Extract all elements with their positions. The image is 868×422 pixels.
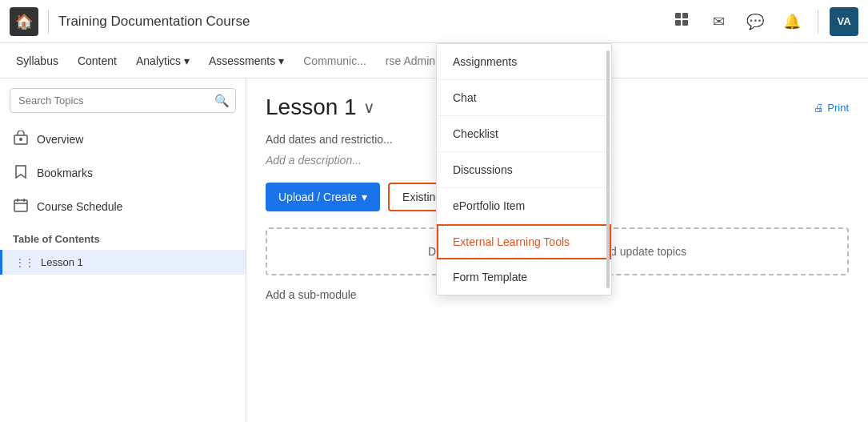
search-icon[interactable]: 🔍 <box>214 94 230 108</box>
chat-icon: 💬 <box>746 13 764 30</box>
lesson-1-item[interactable]: ⋮⋮ Lesson 1 <box>0 250 246 275</box>
bookmarks-label: Bookmarks <box>37 167 93 179</box>
print-button[interactable]: 🖨 Print <box>814 102 849 114</box>
topbar-divider2 <box>818 10 818 34</box>
search-input[interactable] <box>10 88 236 113</box>
dropdown-item-checklist[interactable]: Checklist <box>437 116 611 152</box>
svg-rect-0 <box>675 13 681 18</box>
nav-communications[interactable]: Communic... <box>303 51 366 70</box>
svg-rect-3 <box>682 20 688 26</box>
svg-point-5 <box>19 138 22 141</box>
chat-button[interactable]: 💬 <box>741 7 770 36</box>
dropdown-item-assignments[interactable]: Assignments <box>437 44 611 80</box>
bookmark-icon <box>13 164 29 182</box>
navbar: Syllabus Content Analytics ▾ Assessments… <box>0 43 868 78</box>
toc-title: Table of Contents <box>0 223 246 250</box>
sidebar-item-overview[interactable]: Overview <box>0 123 246 156</box>
topbar-icons: ✉ 💬 🔔 VA <box>667 7 858 36</box>
sidebar-item-course-schedule[interactable]: Course Schedule <box>0 190 246 223</box>
assessments-chevron-icon: ▾ <box>278 54 284 67</box>
lesson-title: Lesson 1 ∨ <box>266 94 375 120</box>
course-schedule-label: Course Schedule <box>37 200 122 213</box>
dropdown-menu[interactable]: Assignments Chat Checklist Discussions e… <box>436 43 612 295</box>
nav-assessments[interactable]: Assessments ▾ <box>209 51 284 70</box>
lesson-1-label: Lesson 1 <box>41 256 83 268</box>
mail-button[interactable]: ✉ <box>704 7 733 36</box>
upload-chevron-icon: ▾ <box>362 191 367 203</box>
nav-analytics[interactable]: Analytics ▾ <box>136 51 190 70</box>
grid-icon <box>674 11 690 31</box>
dropdown-item-eportfolio[interactable]: ePortfolio Item <box>437 188 611 224</box>
print-icon: 🖨 <box>814 102 824 114</box>
dropdown-item-external-learning[interactable]: External Learning Tools <box>437 224 611 259</box>
mail-icon: ✉ <box>713 13 725 30</box>
dropdown-scrollbar[interactable] <box>606 50 610 288</box>
sidebar-item-bookmarks[interactable]: Bookmarks <box>0 156 246 190</box>
avatar[interactable]: VA <box>830 7 858 36</box>
dropdown-item-discussions[interactable]: Discussions <box>437 152 611 188</box>
nav-syllabus[interactable]: Syllabus <box>16 51 58 70</box>
analytics-chevron-icon: ▾ <box>184 54 190 67</box>
dropdown-item-form-template[interactable]: Form Template <box>437 259 611 295</box>
nav-course-admin[interactable]: rse Admin <box>386 51 435 70</box>
home-icon: 🏠 <box>15 13 33 30</box>
lesson-chevron-icon[interactable]: ∨ <box>363 98 375 117</box>
svg-rect-6 <box>14 200 27 211</box>
bell-button[interactable]: 🔔 <box>778 7 806 36</box>
svg-rect-1 <box>682 13 688 18</box>
nav-content[interactable]: Content <box>78 51 117 70</box>
sidebar: 🔍 Overview Bookmarks <box>0 78 246 422</box>
topbar: 🏠 Training Documentation Course ✉ 💬 🔔 VA <box>0 0 868 43</box>
sidebar-search: 🔍 <box>10 88 236 113</box>
upload-create-button[interactable]: Upload / Create ▾ <box>266 183 380 211</box>
course-title: Training Documentation Course <box>58 14 661 30</box>
svg-rect-2 <box>675 20 681 26</box>
overview-label: Overview <box>37 133 83 146</box>
grid-button[interactable] <box>667 7 696 36</box>
drag-handle-icon: ⋮⋮ <box>15 257 34 268</box>
calendar-icon <box>13 198 29 215</box>
home-button[interactable]: 🏠 <box>10 7 38 36</box>
topbar-divider <box>48 10 49 34</box>
main-layout: 🔍 Overview Bookmarks <box>0 78 868 422</box>
overview-icon <box>13 131 29 148</box>
dropdown-item-chat[interactable]: Chat <box>437 80 611 116</box>
bell-icon: 🔔 <box>783 13 801 30</box>
